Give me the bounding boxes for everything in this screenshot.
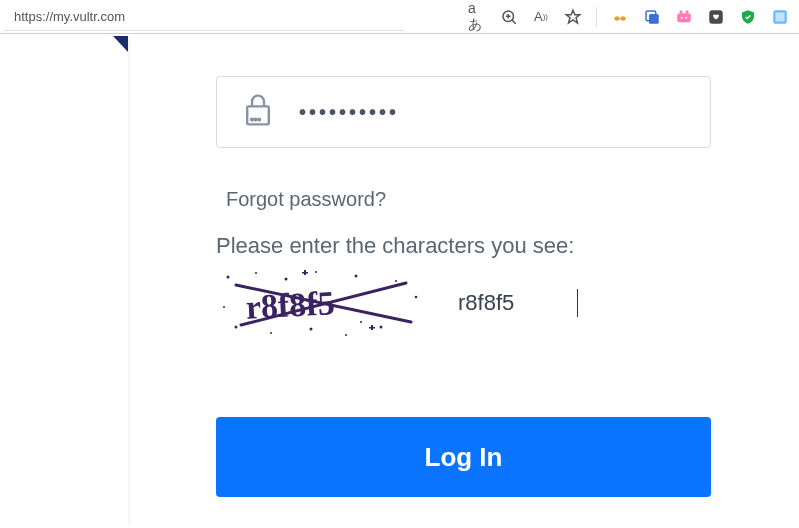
read-aloud-icon[interactable]: A)) [532,8,550,26]
extension-icon-4[interactable] [707,8,725,26]
svg-point-11 [685,16,687,18]
svg-point-23 [355,275,358,278]
captcha-prompt: Please enter the characters you see: [216,233,711,259]
svg-point-27 [310,328,313,331]
svg-line-3 [512,20,516,24]
favorite-icon[interactable] [564,8,582,26]
svg-rect-35 [302,272,308,274]
svg-point-32 [415,296,418,299]
page-body: •••••••••• Forgot password? Please enter… [0,34,799,528]
password-input[interactable]: •••••••••• [299,101,399,124]
left-rail [0,34,128,528]
svg-point-18 [258,119,260,121]
lock-icon [243,92,273,132]
svg-point-21 [285,278,288,281]
password-field-container[interactable]: •••••••••• [216,76,711,148]
svg-point-26 [270,332,272,334]
svg-point-29 [380,326,383,329]
svg-point-25 [235,326,238,329]
svg-rect-7 [677,13,691,22]
login-button[interactable]: Log In [216,417,711,497]
extension-icon-2[interactable] [643,8,661,26]
svg-point-31 [223,306,225,308]
svg-marker-4 [566,10,580,23]
svg-point-19 [227,276,230,279]
extension-icon-3[interactable] [675,8,693,26]
svg-point-24 [395,280,397,282]
svg-rect-14 [776,12,785,21]
svg-rect-15 [247,106,269,124]
captcha-image: r8f8f5 [216,267,426,339]
svg-point-28 [345,334,347,336]
browser-chrome: https://my.vultr.com aあ A)) [0,0,799,34]
extension-icon-6[interactable] [771,8,789,26]
zoom-icon[interactable] [500,8,518,26]
svg-point-20 [255,272,257,274]
svg-point-10 [681,16,683,18]
svg-point-17 [255,119,257,121]
svg-rect-6 [649,14,659,24]
svg-point-22 [315,271,317,273]
svg-point-33 [360,321,362,323]
login-form: •••••••••• Forgot password? Please enter… [128,34,799,528]
svg-text:r8f8f5: r8f8f5 [245,284,336,326]
svg-point-16 [251,119,253,121]
extension-icon-5[interactable] [739,8,757,26]
translate-icon[interactable]: aあ [468,8,486,26]
divider [596,7,597,27]
chrome-actions: aあ A)) [468,7,795,27]
address-bar[interactable]: https://my.vultr.com [4,3,404,31]
captcha-input[interactable] [458,289,578,317]
extension-icon-1[interactable] [611,8,629,26]
svg-rect-37 [369,327,375,329]
captcha-row: r8f8f5 [216,267,711,339]
svg-point-9 [686,10,689,13]
logo-fragment [113,36,128,52]
svg-point-8 [680,10,683,13]
forgot-password-link[interactable]: Forgot password? [216,188,711,211]
